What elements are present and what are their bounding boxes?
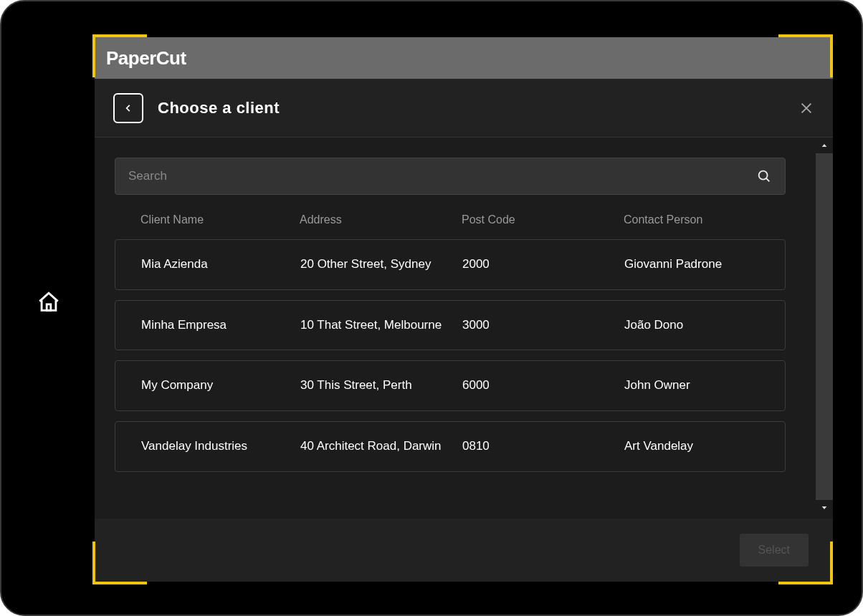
cell-client-name: Mia Azienda	[141, 256, 300, 274]
cell-contact: Art Vandelay	[624, 438, 759, 456]
modal-content: Client Name Address Post Code Contact Pe…	[95, 138, 833, 519]
chevron-up-icon	[821, 142, 828, 149]
home-button[interactable]	[34, 288, 63, 317]
search-field[interactable]	[115, 158, 786, 195]
svg-marker-6	[822, 506, 827, 509]
scroll-up-button[interactable]	[816, 138, 833, 153]
svg-marker-5	[822, 144, 827, 147]
table-row[interactable]: My Company 30 This Street, Perth 6000 Jo…	[115, 360, 786, 411]
cell-client-name: Vandelay Industries	[141, 438, 300, 456]
cell-contact: Giovanni Padrone	[624, 256, 759, 274]
select-button[interactable]: Select	[740, 534, 809, 567]
col-contact: Contact Person	[624, 213, 760, 226]
scrollbar[interactable]	[816, 138, 833, 516]
svg-line-4	[766, 178, 769, 181]
cell-address: 10 That Street, Melbourne	[300, 317, 462, 335]
scroll-down-button[interactable]	[816, 500, 833, 516]
close-icon	[798, 100, 814, 116]
table-header: Client Name Address Post Code Contact Pe…	[115, 209, 786, 239]
home-icon	[37, 290, 61, 314]
table-row[interactable]: Mia Azienda 20 Other Street, Sydney 2000…	[115, 239, 786, 290]
col-postcode: Post Code	[462, 213, 624, 226]
back-button[interactable]	[113, 93, 143, 123]
chevron-down-icon	[821, 504, 828, 511]
col-client-name: Client Name	[140, 213, 300, 226]
device-frame: PaperCut Choose a client	[0, 0, 863, 616]
svg-rect-0	[47, 304, 51, 311]
cell-address: 30 This Street, Perth	[300, 377, 462, 395]
client-table: Client Name Address Post Code Contact Pe…	[115, 209, 786, 472]
chevron-left-icon	[123, 103, 133, 113]
cell-contact: João Dono	[624, 317, 759, 335]
svg-point-3	[759, 171, 768, 180]
cell-postcode: 0810	[462, 438, 624, 456]
cell-client-name: My Company	[141, 377, 300, 395]
close-button[interactable]	[796, 97, 817, 119]
search-input[interactable]	[128, 169, 756, 183]
app-viewport: PaperCut Choose a client	[95, 37, 833, 582]
cell-address: 40 Architect Road, Darwin	[300, 438, 462, 456]
modal-header: Choose a client	[95, 79, 833, 138]
table-row[interactable]: Minha Empresa 10 That Street, Melbourne …	[115, 300, 786, 351]
cell-postcode: 6000	[462, 377, 624, 395]
cell-client-name: Minha Empresa	[141, 317, 300, 335]
app-header: PaperCut	[95, 37, 833, 79]
cell-postcode: 2000	[462, 256, 624, 274]
search-icon	[756, 168, 772, 184]
cell-contact: John Owner	[624, 377, 759, 395]
cell-postcode: 3000	[462, 317, 624, 335]
cell-address: 20 Other Street, Sydney	[300, 256, 462, 274]
table-row[interactable]: Vandelay Industries 40 Architect Road, D…	[115, 421, 786, 472]
modal-title: Choose a client	[158, 99, 280, 117]
modal-footer: Select	[95, 519, 833, 582]
col-address: Address	[300, 213, 462, 226]
app-title: PaperCut	[106, 47, 186, 69]
